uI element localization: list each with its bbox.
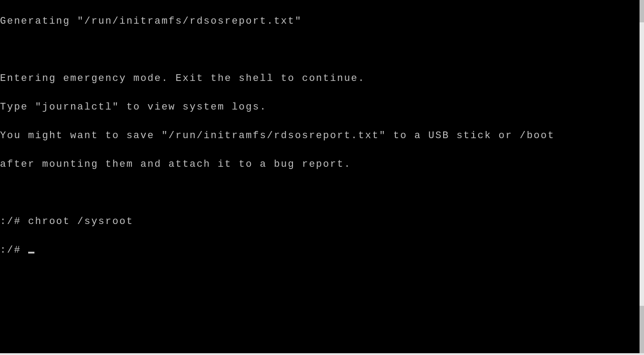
console-command-line: :/# chroot /sysroot	[0, 215, 640, 229]
scrollbar-thumb[interactable]	[640, 0, 644, 22]
console-output-line: You might want to save "/run/initramfs/r…	[0, 129, 640, 143]
shell-prompt: :/#	[0, 216, 28, 227]
terminal-console[interactable]: Generating "/run/initramfs/rdsosreport.t…	[0, 0, 640, 353]
scrollbar-thumb[interactable]	[640, 306, 644, 353]
console-output-line: Generating "/run/initramfs/rdsosreport.t…	[0, 14, 640, 29]
console-output-line: Entering emergency mode. Exit the shell …	[0, 72, 640, 86]
console-output-line: Type "journalctl" to view system logs.	[0, 100, 640, 114]
shell-prompt: :/#	[0, 245, 28, 256]
cursor-icon	[28, 252, 34, 254]
bottom-border	[0, 353, 644, 355]
entered-command: chroot /sysroot	[28, 216, 134, 227]
console-output-line: after mounting them and attach it to a b…	[0, 157, 640, 172]
scrollbar-track[interactable]	[640, 0, 644, 353]
console-current-line[interactable]: :/#	[0, 243, 640, 258]
